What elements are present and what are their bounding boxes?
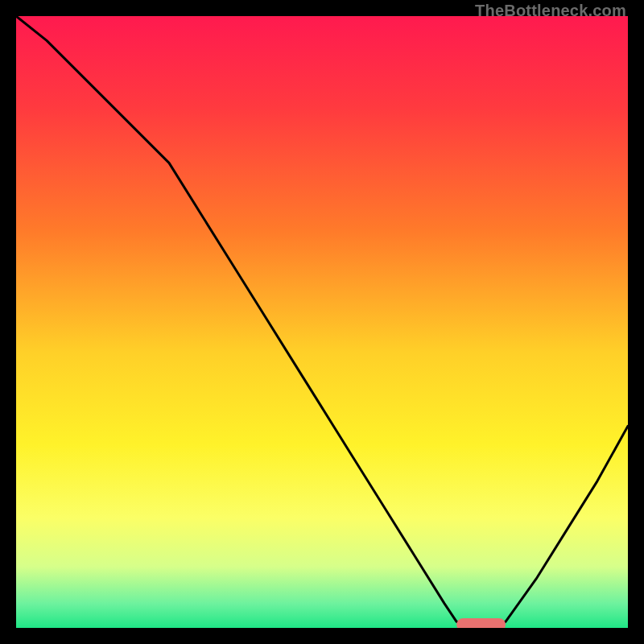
curve-layer bbox=[16, 16, 628, 628]
watermark-text: TheBottleneck.com bbox=[475, 2, 626, 20]
optimal-range-marker bbox=[456, 618, 506, 628]
bottleneck-curve bbox=[16, 16, 628, 628]
chart-plot-area bbox=[16, 16, 628, 628]
